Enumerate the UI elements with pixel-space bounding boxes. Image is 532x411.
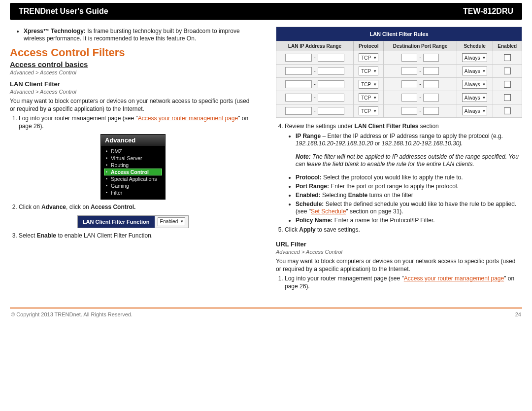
- port-to-input[interactable]: [423, 94, 439, 102]
- ip-from-input[interactable]: [285, 54, 312, 62]
- chevron-down-icon: ▼: [482, 96, 486, 100]
- advanced-menu-item[interactable]: DMZ: [104, 148, 162, 155]
- lan-filter-intro: You may want to block computers or devic…: [10, 98, 256, 113]
- bullet-text: Selecting: [321, 192, 348, 199]
- advanced-menu-item[interactable]: Gaming: [104, 182, 162, 189]
- step-text: Click on: [19, 204, 41, 210]
- model-number: TEW-812DRU: [463, 7, 513, 16]
- port-to-input[interactable]: [423, 80, 439, 88]
- ip-to-input[interactable]: [318, 54, 344, 62]
- ip-from-input[interactable]: [285, 107, 312, 115]
- guide-title: TRENDnet User's Guide: [19, 7, 108, 16]
- protocol-select[interactable]: TCP▼: [359, 106, 378, 115]
- bullet-italic: 192.168.10.20-192.168.10.20: [296, 140, 373, 147]
- enabled-checkbox[interactable]: [504, 81, 511, 88]
- url-filter-heading: URL Filter: [276, 240, 522, 248]
- step-text: , click on: [66, 204, 91, 210]
- schedule-select[interactable]: Always▼: [462, 53, 488, 62]
- chevron-down-icon: ▼: [373, 109, 377, 113]
- bullet-label: Enabled:: [296, 192, 321, 199]
- bullet-label: Protocol:: [296, 174, 322, 181]
- chevron-down-icon: ▼: [482, 82, 486, 87]
- protocol-select[interactable]: TCP▼: [359, 93, 378, 102]
- schedule-select[interactable]: Always▼: [462, 106, 488, 115]
- note-label: Note:: [296, 153, 311, 160]
- enabled-checkbox[interactable]: [504, 68, 511, 74]
- ip-to-input[interactable]: [318, 107, 344, 115]
- protocol-select[interactable]: TCP▼: [359, 80, 378, 89]
- copyright-text: © Copyright 2013 TRENDnet. All Rights Re…: [11, 311, 133, 317]
- step-1: Log into your router management page (se…: [19, 115, 256, 130]
- footer: © Copyright 2013 TRENDnet. All Rights Re…: [10, 311, 522, 320]
- chevron-down-icon: ▼: [180, 219, 184, 224]
- lcf-function-value: Enabled: [160, 219, 178, 224]
- lcf-function-figure: LAN Client Filter Function Enabled ▼: [10, 215, 256, 228]
- access-router-link[interactable]: Access your router management page: [404, 275, 504, 282]
- breadcrumb: Advanced > Access Control: [10, 69, 256, 75]
- note-body: The filter will not be applied to IP add…: [296, 153, 519, 168]
- table-row: -TCP▼-Always▼: [276, 65, 522, 78]
- step-text: Click: [285, 226, 299, 233]
- table-row: -TCP▼-Always▼: [276, 91, 522, 104]
- protocol-select[interactable]: TCP▼: [359, 67, 378, 75]
- bullet-text: Enter the port or port range to apply th…: [329, 183, 459, 190]
- port-to-input[interactable]: [423, 54, 439, 62]
- port-to-input[interactable]: [423, 67, 439, 75]
- advanced-menu-item[interactable]: Access Control: [104, 169, 162, 175]
- chevron-down-icon: ▼: [373, 56, 377, 60]
- enabled-checkbox[interactable]: [504, 107, 511, 114]
- lan-client-filter-heading: LAN Client Filter: [10, 80, 256, 88]
- chevron-down-icon: ▼: [482, 109, 486, 113]
- ip-to-input[interactable]: [318, 94, 344, 102]
- advanced-menu-title: Advanced: [101, 135, 165, 146]
- schedule-select[interactable]: Always▼: [462, 67, 488, 75]
- port-from-input[interactable]: [401, 67, 417, 75]
- schedule-select[interactable]: Always▼: [462, 93, 488, 102]
- bullet-port-range: Port Range: Enter the port or port range…: [296, 183, 522, 190]
- url-step-1: Log into your router management page (se…: [285, 275, 522, 290]
- step-text: to enable LAN Client Filter Function.: [56, 232, 153, 239]
- schedule-select[interactable]: Always▼: [462, 80, 488, 89]
- step-text: Select: [19, 232, 37, 239]
- xpress-bullet: Xpress™ Technology: Is frame bursting te…: [24, 28, 256, 42]
- port-from-input[interactable]: [401, 80, 417, 88]
- set-schedule-link[interactable]: Set Schedule: [311, 208, 346, 215]
- breadcrumb: Advanced > Access Control: [10, 89, 256, 95]
- step-text: to save settings.: [316, 226, 360, 233]
- ip-to-input[interactable]: [318, 67, 344, 75]
- bullet-label: Policy Name:: [296, 217, 332, 224]
- access-router-link[interactable]: Access your router management page: [138, 115, 238, 122]
- port-to-input[interactable]: [423, 107, 439, 115]
- lan-filter-steps: Log into your router management page (se…: [10, 115, 256, 130]
- enabled-checkbox[interactable]: [504, 94, 511, 101]
- ip-to-input[interactable]: [318, 80, 344, 88]
- bullet-text: " section on page 31).: [346, 208, 403, 215]
- note-text: Note: The filter will not be applied to …: [296, 153, 522, 168]
- col-schedule: Schedule: [457, 41, 493, 51]
- advanced-menu-item[interactable]: Special Applications: [104, 175, 162, 182]
- rules-table-title: LAN Client Filter Rules: [276, 27, 522, 41]
- port-from-input[interactable]: [401, 94, 417, 102]
- bullet-text: turns on the filter: [367, 192, 413, 199]
- advanced-menu-item[interactable]: Virtual Server: [104, 155, 162, 162]
- step-text: section: [418, 123, 438, 130]
- step-bold: Apply: [299, 226, 315, 233]
- ip-from-input[interactable]: [285, 94, 312, 102]
- step-2: Click on Advance, click on Access Contro…: [19, 204, 256, 211]
- advanced-menu-item[interactable]: Routing: [104, 162, 162, 169]
- ip-from-input[interactable]: [285, 67, 312, 75]
- right-column: LAN Client Filter Rules LAN IP Address R…: [276, 27, 522, 293]
- bullet-policy-name: Policy Name: Enter a name for the Protoc…: [296, 217, 522, 224]
- table-row: -TCP▼-Always▼: [276, 51, 522, 65]
- advanced-menu-figure: Advanced DMZVirtual ServerRoutingAccess …: [10, 134, 256, 200]
- advanced-menu-item[interactable]: Filter: [104, 189, 162, 196]
- port-from-input[interactable]: [401, 107, 417, 115]
- lcf-function-select[interactable]: Enabled ▼: [158, 217, 186, 226]
- step-text: Log into your router management page (se…: [285, 275, 404, 282]
- protocol-select[interactable]: TCP▼: [359, 53, 378, 62]
- ip-from-input[interactable]: [285, 80, 312, 88]
- xpress-label: Xpress™ Technology:: [24, 28, 86, 34]
- enabled-checkbox[interactable]: [504, 54, 511, 61]
- port-from-input[interactable]: [401, 54, 417, 62]
- col-protocol: Protocol: [353, 41, 383, 51]
